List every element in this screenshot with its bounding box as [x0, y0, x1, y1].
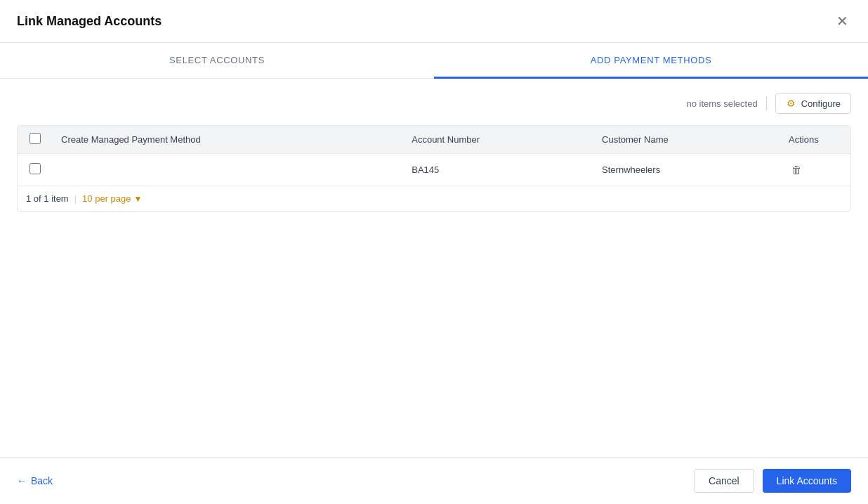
pagination-summary: 1 of 1 item — [26, 193, 69, 204]
tab-add-payment-methods[interactable]: ADD PAYMENT METHODS — [434, 44, 868, 79]
back-arrow-icon: ← — [17, 475, 27, 486]
modal-footer: ← Back Cancel Link Accounts — [0, 457, 868, 504]
toolbar: no items selected ⚙ Configure — [17, 93, 851, 114]
back-label: Back — [31, 475, 53, 486]
row-create-managed-cell — [53, 154, 403, 186]
th-actions: Actions — [780, 126, 850, 154]
per-page-label: 10 per page — [82, 193, 131, 204]
footer-actions: Cancel Link Accounts — [694, 469, 851, 493]
pagination-divider: | — [74, 193, 77, 204]
tabs-container: SELECT ACCOUNTS ADD PAYMENT METHODS — [0, 43, 868, 79]
link-accounts-button[interactable]: Link Accounts — [763, 469, 851, 493]
th-create-managed: Create Managed Payment Method — [53, 126, 403, 154]
no-items-text: no items selected — [686, 98, 757, 109]
modal-header: Link Managed Accounts ✕ — [0, 0, 868, 43]
toolbar-separator — [766, 96, 767, 110]
select-all-checkbox[interactable] — [29, 133, 41, 144]
table-container: Create Managed Payment Method Account Nu… — [17, 125, 851, 212]
modal: Link Managed Accounts ✕ SELECT ACCOUNTS … — [0, 0, 868, 504]
configure-button[interactable]: ⚙ Configure — [775, 93, 851, 114]
chevron-down-icon: ▼ — [134, 194, 143, 204]
data-table: Create Managed Payment Method Account Nu… — [18, 126, 850, 186]
tab-select-accounts[interactable]: SELECT ACCOUNTS — [0, 44, 434, 79]
modal-title: Link Managed Accounts — [17, 14, 162, 29]
cancel-button[interactable]: Cancel — [694, 469, 754, 493]
row-actions-cell: 🗑 — [780, 154, 850, 186]
table-row: BA145 Sternwheelers 🗑 — [18, 154, 850, 186]
configure-label: Configure — [801, 98, 841, 109]
table-header-row: Create Managed Payment Method Account Nu… — [18, 126, 850, 154]
pagination: 1 of 1 item | 10 per page ▼ — [18, 186, 850, 211]
modal-body: no items selected ⚙ Configure Create Man… — [0, 79, 868, 457]
th-checkbox — [18, 126, 53, 154]
configure-icon: ⚙ — [786, 98, 797, 109]
close-button[interactable]: ✕ — [834, 11, 851, 31]
th-customer-name: Customer Name — [593, 126, 780, 154]
row-checkbox-cell — [18, 154, 53, 186]
back-button[interactable]: ← Back — [17, 475, 53, 486]
delete-button[interactable]: 🗑 — [789, 161, 805, 179]
row-customer-name: Sternwheelers — [593, 154, 780, 186]
row-account-number: BA145 — [403, 154, 593, 186]
th-account-number: Account Number — [403, 126, 593, 154]
per-page-button[interactable]: 10 per page ▼ — [82, 193, 142, 204]
row-checkbox[interactable] — [29, 163, 41, 174]
